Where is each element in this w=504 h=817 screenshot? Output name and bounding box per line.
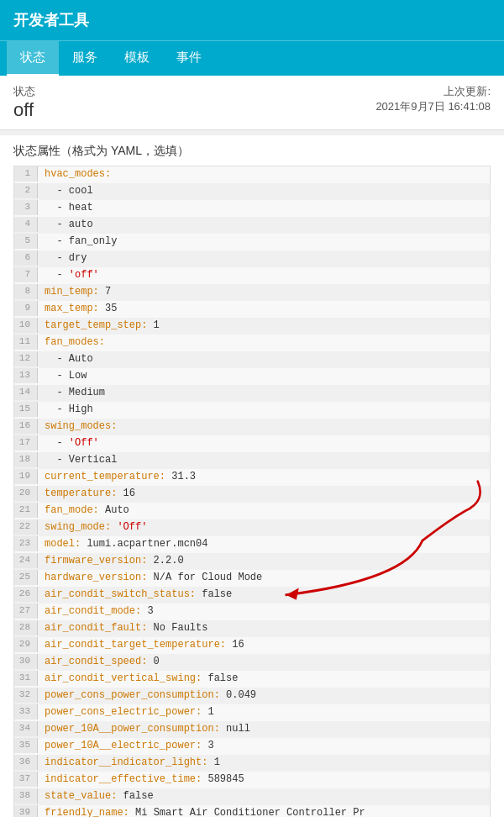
line-content: air_condit_speed: 0	[38, 654, 160, 670]
table-row: 33power_cons_electric_power: 1	[14, 704, 490, 721]
line-number: 4	[14, 217, 38, 232]
table-row: 35power_10A__electric_power: 3	[14, 738, 490, 755]
line-number: 17	[14, 435, 38, 451]
line-number: 35	[14, 738, 38, 753]
status-left: 状态 off	[13, 84, 35, 121]
line-number: 37	[14, 772, 38, 787]
line-content: - fan_only	[38, 234, 117, 250]
table-row: 24firmware_version: 2.2.0	[14, 553, 490, 570]
line-content: target_temp_step: 1	[38, 318, 160, 334]
table-row: 4 - auto	[14, 217, 490, 234]
table-row: 9max_temp: 35	[14, 301, 490, 318]
status-label: 状态	[13, 84, 35, 99]
table-row: 14 - Medium	[14, 385, 490, 402]
line-number: 2	[14, 183, 38, 198]
line-content: power_cons_power_consumption: 0.049	[38, 688, 256, 704]
table-row: 34power_10A__power_consumption: null	[14, 721, 490, 738]
table-row: 21fan_mode: Auto	[14, 503, 490, 519]
table-row: 30air_condit_speed: 0	[14, 654, 490, 671]
table-row: 28air_condit_fault: No Faults	[14, 620, 490, 637]
table-row: 17 - 'Off'	[14, 435, 490, 452]
table-row: 8min_temp: 7	[14, 284, 490, 301]
line-number: 14	[14, 385, 38, 400]
line-number: 21	[14, 503, 38, 518]
code-editor-container: 1hvac_modes:2 - cool3 - heat4 - auto5 - …	[13, 166, 491, 817]
status-value: off	[13, 99, 35, 121]
line-number: 6	[14, 250, 38, 266]
line-number: 11	[14, 335, 38, 350]
table-row: 10target_temp_step: 1	[14, 318, 490, 335]
line-number: 34	[14, 721, 38, 736]
line-content: power_10A__electric_power: 3	[38, 738, 214, 754]
table-row: 37indicator__effective_time: 589845	[14, 772, 490, 788]
line-content: - auto	[38, 217, 93, 233]
table-row: 1hvac_modes:	[14, 166, 490, 183]
line-content: model: lumi.acpartner.mcn04	[38, 536, 207, 552]
line-number: 22	[14, 519, 38, 535]
line-content: max_temp: 35	[38, 301, 117, 317]
nav-item-state[interactable]: 状态	[7, 41, 59, 76]
line-content: - heat	[38, 200, 93, 216]
line-content: - 'Off'	[38, 435, 99, 451]
line-content: friendly_name: Mi Smart Air Conditioner …	[38, 805, 365, 817]
line-number: 24	[14, 553, 38, 568]
line-content: air_condit_vertical_swing: false	[38, 671, 238, 687]
line-content: hvac_modes:	[38, 166, 111, 182]
line-number: 5	[14, 234, 38, 249]
line-number: 10	[14, 318, 38, 333]
nav-item-service[interactable]: 服务	[59, 41, 111, 76]
line-number: 13	[14, 368, 38, 383]
table-row: 36indicator__indicator_light: 1	[14, 755, 490, 772]
table-row: 3 - heat	[14, 200, 490, 217]
line-content: indicator__effective_time: 589845	[38, 772, 244, 788]
status-area: 状态 off 上次更新: 2021年9月7日 16:41:08	[0, 76, 504, 130]
line-content: air_condit_target_temperature: 16	[38, 637, 244, 653]
yaml-title: 状态属性（格式为 YAML，选填）	[13, 144, 491, 159]
yaml-section: 状态属性（格式为 YAML，选填） 1hvac_modes:2 - cool3 …	[0, 135, 504, 817]
line-content: power_10A__power_consumption: null	[38, 721, 250, 737]
nav-item-template[interactable]: 模板	[111, 41, 163, 76]
line-content: - Auto	[38, 351, 93, 367]
nav-item-event[interactable]: 事件	[163, 41, 215, 76]
table-row: 6 - dry	[14, 250, 490, 267]
table-row: 38state_value: false	[14, 788, 490, 805]
table-row: 32power_cons_power_consumption: 0.049	[14, 688, 490, 704]
table-row: 11fan_modes:	[14, 335, 490, 351]
line-number: 15	[14, 402, 38, 417]
line-number: 23	[14, 536, 38, 551]
line-content: - dry	[38, 250, 87, 266]
line-content: - Vertical	[38, 452, 117, 468]
line-number: 20	[14, 486, 38, 501]
line-content: temperature: 16	[38, 486, 135, 502]
app-header: 开发者工具	[0, 0, 504, 40]
line-number: 9	[14, 301, 38, 316]
line-number: 36	[14, 755, 38, 770]
line-content: swing_mode: 'Off'	[38, 519, 147, 535]
line-number: 26	[14, 587, 38, 602]
line-number: 8	[14, 284, 38, 299]
table-row: 5 - fan_only	[14, 234, 490, 250]
line-content: - Medium	[38, 385, 105, 401]
line-content: air_condit_fault: No Faults	[38, 620, 207, 636]
line-content: air_condit_switch_status: false	[38, 587, 232, 603]
table-row: 27air_condit_mode: 3	[14, 604, 490, 620]
table-row: 18 - Vertical	[14, 452, 490, 469]
line-number: 18	[14, 452, 38, 467]
line-content: - Low	[38, 368, 87, 384]
table-row: 31air_condit_vertical_swing: false	[14, 671, 490, 688]
line-content: - High	[38, 402, 93, 418]
line-content: - cool	[38, 183, 93, 199]
table-row: 2 - cool	[14, 183, 490, 200]
line-number: 12	[14, 351, 38, 366]
line-content: air_condit_mode: 3	[38, 604, 154, 619]
code-editor[interactable]: 1hvac_modes:2 - cool3 - heat4 - auto5 - …	[13, 166, 491, 817]
table-row: 12 - Auto	[14, 351, 490, 368]
line-content: min_temp: 7	[38, 284, 111, 300]
line-content: state_value: false	[38, 788, 154, 804]
line-content: fan_mode: Auto	[38, 503, 129, 519]
line-number: 38	[14, 788, 38, 804]
line-content: hardware_version: N/A for Cloud Mode	[38, 570, 262, 586]
table-row: 26air_condit_switch_status: false	[14, 587, 490, 604]
nav-bar: 状态 服务 模板 事件	[0, 40, 504, 76]
line-content: indicator__indicator_light: 1	[38, 755, 220, 771]
